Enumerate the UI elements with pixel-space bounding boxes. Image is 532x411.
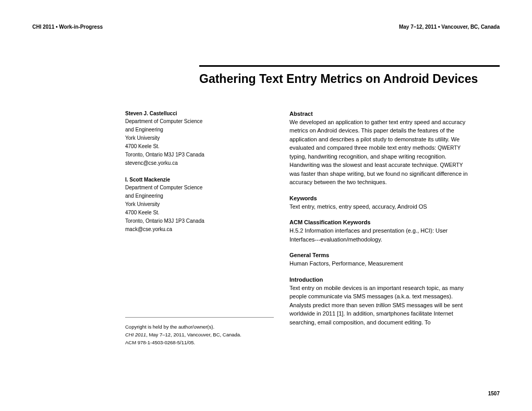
copyright-line: Copyright is held by the author/owner(s)… (125, 323, 274, 331)
author-email: stevenc@cse.yorku.ca (125, 159, 274, 167)
author-affiliation: 4700 Keele St. (125, 142, 274, 151)
author-affiliation: and Engineering (125, 126, 274, 134)
copyright-line: CHI 2011, May 7–12, 2011, Vancouver, BC,… (125, 331, 274, 339)
keywords-heading: Keywords (289, 195, 469, 201)
intro-heading: Introduction (289, 276, 469, 283)
intro-text: Text entry on mobile devices is an impor… (289, 284, 469, 327)
venue-date: , May 7–12, 2011, Vancouver, BC, Canada. (146, 332, 241, 337)
author-block-1: Steven J. Castellucci Department of Comp… (125, 111, 274, 167)
content-columns: Steven J. Castellucci Department of Comp… (32, 111, 500, 347)
acm-heading: ACM Classification Keywords (289, 219, 469, 225)
author-affiliation: York University (125, 134, 274, 142)
author-email: mack@cse.yorku.ca (125, 225, 274, 234)
left-column: Steven J. Castellucci Department of Comp… (125, 111, 274, 347)
abstract-heading: Abstract (289, 111, 469, 117)
page-header: CHI 2011 • Work-in-Progress May 7–12, 20… (32, 24, 500, 30)
title-section: Gathering Text Entry Metrics on Android … (199, 65, 500, 87)
terms-text: Human Factors, Performance, Measurement (289, 259, 469, 268)
terms-heading: General Terms (289, 252, 469, 258)
author-affiliation: Toronto, Ontario M3J 1P3 Canada (125, 217, 274, 225)
copyright-isbn: ACM 978-1-4503-0268-5/11/05. (125, 339, 274, 346)
acm-text: H.5.2 Information interfaces and present… (289, 226, 469, 244)
author-affiliation: Toronto, Ontario M3J 1P3 Canada (125, 151, 274, 159)
author-name: I. Scott Mackenzie (125, 177, 274, 183)
right-column: Abstract We developed an application to … (289, 111, 469, 347)
copyright-section: Copyright is held by the author/owner(s)… (125, 317, 274, 347)
paper-title: Gathering Text Entry Metrics on Android … (199, 72, 500, 87)
venue-name: CHI 2011 (125, 332, 146, 337)
author-affiliation: Department of Computer Science (125, 184, 274, 192)
author-affiliation: 4700 Keele St. (125, 209, 274, 217)
header-left: CHI 2011 • Work-in-Progress (32, 24, 103, 30)
author-name: Steven J. Castellucci (125, 111, 274, 116)
keywords-text: Text entry, metrics, entry speed, accura… (289, 202, 469, 211)
abstract-text: We developed an application to gather te… (289, 118, 469, 187)
page-number: 1507 (488, 391, 500, 396)
author-affiliation: York University (125, 200, 274, 209)
author-affiliation: and Engineering (125, 192, 274, 200)
header-right: May 7–12, 2011 • Vancouver, BC, Canada (399, 24, 500, 30)
author-affiliation: Department of Computer Science (125, 117, 274, 126)
author-block-2: I. Scott Mackenzie Department of Compute… (125, 177, 274, 234)
